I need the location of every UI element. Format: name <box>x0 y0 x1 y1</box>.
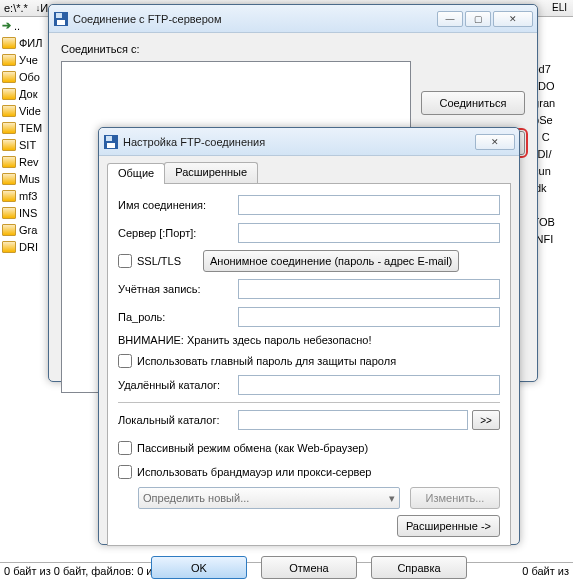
folder-icon <box>2 88 16 100</box>
server-label: Сервер [:Порт]: <box>118 227 238 239</box>
local-dir-input[interactable] <box>238 410 468 430</box>
proxy-combobox[interactable]: Определить новый... ▾ <box>138 487 400 509</box>
connect-to-label: Соединиться с: <box>61 43 525 55</box>
tabs: Общие Расширенные <box>107 162 511 184</box>
folder-label: SIT <box>19 139 36 151</box>
master-password-label: Использовать главный пароль для защиты п… <box>137 355 396 367</box>
folder-icon <box>2 54 16 66</box>
titlebar[interactable]: Соединение с FTP-сервером — ▢ ✕ <box>49 5 537 33</box>
svg-rect-3 <box>62 13 64 18</box>
folder-label: mf3 <box>19 190 37 202</box>
folder-icon <box>2 105 16 117</box>
tab-general-panel: Имя соединения: Сервер [:Порт]: SSL/TLS … <box>107 184 511 546</box>
account-label: Учётная запись: <box>118 283 238 295</box>
local-dir-label: Локальный каталог: <box>118 414 238 426</box>
folder-icon <box>2 173 16 185</box>
folder-label: INS <box>19 207 37 219</box>
folder-label: Обо <box>19 71 40 83</box>
server-input[interactable] <box>238 223 500 243</box>
arrow-up-icon: ➔ <box>2 19 11 32</box>
maximize-button[interactable]: ▢ <box>465 11 491 27</box>
advanced-button[interactable]: Расширенные -> <box>397 515 500 537</box>
edit-proxy-button: Изменить... <box>410 487 500 509</box>
svg-rect-2 <box>57 20 65 25</box>
account-input[interactable] <box>238 279 500 299</box>
folder-label: Уче <box>19 54 38 66</box>
folder-label: ФИЛ <box>19 37 43 49</box>
folder-icon <box>2 122 16 134</box>
path-label: e:\*.* <box>4 2 28 14</box>
floppy-icon <box>103 134 119 150</box>
firewall-checkbox[interactable] <box>118 465 132 479</box>
master-password-checkbox[interactable] <box>118 354 132 368</box>
ssl-label: SSL/TLS <box>137 255 197 267</box>
password-input[interactable] <box>238 307 500 327</box>
ok-button[interactable]: OK <box>151 556 247 579</box>
passive-label: Пассивный режим обмена (как Web-браузер) <box>137 442 368 454</box>
dialog-title: Соединение с FTP-сервером <box>73 13 221 25</box>
svg-rect-7 <box>112 136 114 141</box>
remote-dir-label: Удалённый каталог: <box>118 379 238 391</box>
help-button[interactable]: Справка <box>371 556 467 579</box>
ftp-settings-dialog: Настройка FTP-соединения ✕ Общие Расшире… <box>98 127 520 545</box>
connection-name-input[interactable] <box>238 195 500 215</box>
password-label: Па_роль: <box>118 311 238 323</box>
floppy-icon <box>53 11 69 27</box>
dialog-title: Настройка FTP-соединения <box>123 136 265 148</box>
browse-button[interactable]: >> <box>472 410 500 430</box>
cancel-button[interactable]: Отмена <box>261 556 357 579</box>
chevron-down-icon: ▾ <box>389 492 395 505</box>
folder-icon <box>2 139 16 151</box>
folder-icon <box>2 37 16 49</box>
passive-checkbox[interactable] <box>118 441 132 455</box>
proxy-combobox-value: Определить новый... <box>143 492 249 504</box>
status-right: 0 байт из <box>522 565 569 577</box>
password-warning: ВНИМАНИЕ: Хранить здесь пароль небезопас… <box>118 334 500 346</box>
folder-icon <box>2 241 16 253</box>
folder-label: Vide <box>19 105 41 117</box>
close-button[interactable]: ✕ <box>493 11 533 27</box>
connection-name-label: Имя соединения: <box>118 199 238 211</box>
folder-icon <box>2 156 16 168</box>
ssl-checkbox[interactable] <box>118 254 132 268</box>
folder-icon <box>2 207 16 219</box>
firewall-label: Использовать брандмауэр или прокси-серве… <box>137 466 372 478</box>
folder-label: Mus <box>19 173 40 185</box>
folder-label: Rev <box>19 156 39 168</box>
folder-label: TEM <box>19 122 42 134</box>
folder-label: DRI <box>19 241 38 253</box>
anonymous-button[interactable]: Анонимное соединение (пароль - адрес E-m… <box>203 250 459 272</box>
folder-label: Gra <box>19 224 37 236</box>
right-top-badge: ELI <box>552 2 567 13</box>
folder-icon <box>2 224 16 236</box>
tab-advanced[interactable]: Расширенные <box>164 162 258 183</box>
titlebar[interactable]: Настройка FTP-соединения ✕ <box>99 128 519 156</box>
connect-button[interactable]: Соединиться <box>421 91 525 115</box>
remote-dir-input[interactable] <box>238 375 500 395</box>
folder-label: Док <box>19 88 38 100</box>
tab-general[interactable]: Общие <box>107 163 165 184</box>
separator <box>118 402 500 403</box>
close-button[interactable]: ✕ <box>475 134 515 150</box>
minimize-button[interactable]: — <box>437 11 463 27</box>
folder-icon <box>2 71 16 83</box>
svg-rect-6 <box>107 143 115 148</box>
folder-icon <box>2 190 16 202</box>
updir-label: .. <box>14 20 20 32</box>
